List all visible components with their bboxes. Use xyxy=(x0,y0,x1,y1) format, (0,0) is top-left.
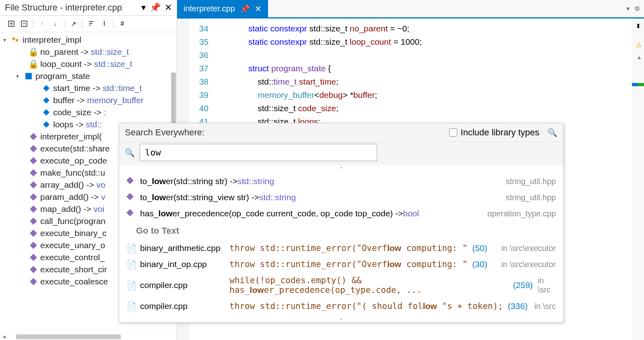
result-filename: compiler.cpp xyxy=(140,280,225,290)
code-line[interactable]: static constexpr std::size_t loop_count … xyxy=(229,35,632,48)
hash-icon[interactable]: # xyxy=(117,18,128,29)
method-icon xyxy=(126,193,135,202)
tab-bar: interpreter.cpp 📌 ✕ ▾ ⚙ xyxy=(177,0,644,19)
field-icon xyxy=(42,96,51,105)
field-icon xyxy=(42,108,51,117)
code-line[interactable]: std::time_t start_time; xyxy=(229,75,632,88)
result-location: in \src\executor xyxy=(501,244,556,253)
lock-field-icon: 🔒 xyxy=(29,48,38,56)
result-location: in \src\executor xyxy=(501,260,556,269)
lock-method-icon xyxy=(29,241,38,250)
search-result-text[interactable]: 📄 binary_int_op.cpp throw std::runtime_e… xyxy=(119,256,563,272)
field-icon xyxy=(42,120,51,129)
editor-tab[interactable]: interpreter.cpp 📌 ✕ xyxy=(177,0,268,17)
warning-icon[interactable]: ⚠ xyxy=(636,41,642,49)
tree-field[interactable]: 🔒 loop_count -> std::size_t xyxy=(0,58,177,70)
search-input[interactable] xyxy=(140,144,377,161)
result-filename: compiler.cpp xyxy=(140,301,225,311)
result-location: in \src xyxy=(535,302,556,311)
gear-icon[interactable]: ⚙ xyxy=(634,5,640,12)
search-result-text[interactable]: 📄 compiler.cpp throw std::runtime_error(… xyxy=(119,298,563,314)
lock-method-icon xyxy=(29,217,38,226)
dropdown-icon[interactable]: ▾ xyxy=(141,2,146,13)
search-result-text[interactable]: 📄 compiler.cpp while(!op_codes.empty() &… xyxy=(119,272,563,298)
fs-header: File Structure - interpreter.cpp ▾ 📌 ✕ xyxy=(0,0,177,16)
lock-method-icon xyxy=(29,277,38,286)
lock-method-icon xyxy=(29,253,38,262)
method-icon xyxy=(126,209,135,218)
line-number: 39 xyxy=(189,88,208,102)
code-line[interactable]: memory_buffer<debug> *buffer; xyxy=(229,88,632,102)
sort-icon[interactable] xyxy=(86,18,97,29)
code-line[interactable] xyxy=(229,48,632,62)
external-icon[interactable]: ↗ xyxy=(68,18,79,29)
line-number: 40 xyxy=(189,102,208,115)
result-file: string_util.hpp xyxy=(506,177,556,186)
tree-field[interactable]: code_size -> : xyxy=(0,106,177,118)
close-icon[interactable]: ✕ xyxy=(165,2,172,13)
result-filename: binary_arithmetic.cpp xyxy=(140,243,225,253)
tree-struct[interactable]: ▾ program_state xyxy=(0,70,177,82)
right-margin: ⬍ ⚠ ▴ xyxy=(632,19,644,340)
result-file: operation_type.cpp xyxy=(487,209,556,218)
fs-toolbar: ↑ ↓ ↗ I # xyxy=(0,16,177,32)
line-number: 38 xyxy=(189,75,208,88)
search-results: ⌃ to_lower(std::string str) -> std::stri… xyxy=(119,165,563,322)
include-library-checkbox[interactable]: Include library types xyxy=(449,127,539,138)
scrollbar-thumb[interactable] xyxy=(16,334,121,339)
search-everywhere-popup: Search Everywhere: Include library types… xyxy=(119,123,564,323)
expand-up-icon[interactable]: ⌃ xyxy=(119,165,563,173)
tree-field[interactable]: buffer -> memory_buffer xyxy=(0,94,177,106)
search-header: Search Everywhere: Include library types… xyxy=(119,123,563,142)
expand-all-icon[interactable] xyxy=(6,18,17,29)
code-line[interactable]: std::size_t code_size; xyxy=(229,102,632,115)
up-arrow-icon[interactable]: ↑ xyxy=(37,18,48,29)
lock-method-icon xyxy=(29,144,38,153)
chevron-down-icon[interactable]: ▾ xyxy=(3,37,11,43)
result-file: string_util.hpp xyxy=(506,193,556,202)
code-line[interactable]: struct program_state { xyxy=(229,62,632,75)
scroll-left-icon[interactable]: ◂ xyxy=(0,333,8,340)
up-icon[interactable]: ▴ xyxy=(638,53,641,61)
struct-icon xyxy=(24,72,33,81)
result-line-number: (30) xyxy=(472,259,487,269)
result-line-number: (259) xyxy=(513,280,533,290)
expand-down-icon[interactable]: ⌄ xyxy=(119,314,563,322)
tree-field[interactable]: 🔒 no_parent -> std::size_t xyxy=(0,46,177,58)
line-number: 36 xyxy=(189,48,208,62)
filter-icon[interactable]: 🔍 xyxy=(547,128,557,137)
close-tab-icon[interactable]: ✕ xyxy=(255,4,262,14)
lock-method-icon xyxy=(29,156,38,165)
search-result-text[interactable]: 📄 binary_arithmetic.cpp throw std::runti… xyxy=(119,240,563,256)
file-icon: 📄 xyxy=(126,302,135,311)
code-line[interactable]: static constexpr std::size_t no_parent =… xyxy=(229,22,632,35)
dropdown-icon[interactable]: ▾ xyxy=(626,5,630,12)
tree-field[interactable]: start_time -> std::time_t xyxy=(0,82,177,94)
marker[interactable] xyxy=(632,83,644,86)
file-icon: 📄 xyxy=(126,244,135,253)
pin-icon[interactable]: 📌 xyxy=(150,2,161,13)
svg-rect-6 xyxy=(16,39,18,41)
lock-field-icon: 🔒 xyxy=(29,60,38,68)
line-number: 35 xyxy=(189,35,208,48)
line-number: 37 xyxy=(189,62,208,75)
split-icon[interactable]: ⬍ xyxy=(632,20,644,31)
lock-method-icon xyxy=(29,168,38,177)
search-result-symbol[interactable]: to_lower(std::string_view str) -> std::s… xyxy=(119,189,563,205)
pin-tab-icon[interactable]: 📌 xyxy=(240,4,250,14)
field-icon xyxy=(42,84,51,93)
collapse-all-icon[interactable] xyxy=(19,18,30,29)
file-icon: 📄 xyxy=(126,260,135,269)
down-arrow-icon[interactable]: ↓ xyxy=(50,18,61,29)
horizontal-scrollbar[interactable]: ◂ xyxy=(0,333,177,340)
lock-method-icon xyxy=(29,265,38,274)
chevron-down-icon[interactable]: ▾ xyxy=(16,73,24,79)
line-number: 34 xyxy=(189,22,208,35)
search-input-row: 🔍 xyxy=(119,142,563,165)
rename-icon[interactable]: I xyxy=(99,18,110,29)
tree-root[interactable]: ▾ interpreter_impl xyxy=(0,34,177,46)
method-icon xyxy=(126,177,135,186)
checkbox-input[interactable] xyxy=(449,129,457,137)
search-result-symbol[interactable]: has_lower_precedence(op_code current_cod… xyxy=(119,205,563,222)
search-result-symbol[interactable]: to_lower(std::string str) -> std::string… xyxy=(119,173,563,189)
